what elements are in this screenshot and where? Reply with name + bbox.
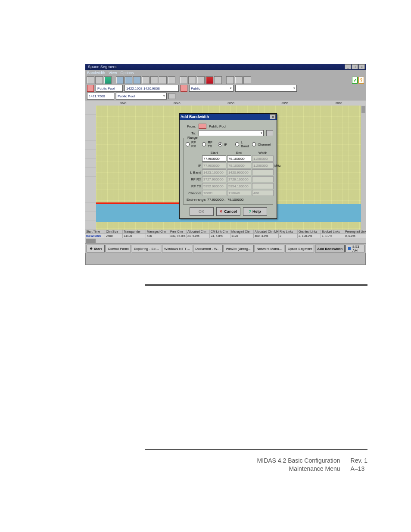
- footer-page: A–13: [351, 465, 367, 473]
- to-dropdown[interactable]: [199, 130, 264, 136]
- toolbar-button[interactable]: [197, 76, 205, 84]
- taskbar-item[interactable]: Space Segment: [285, 245, 314, 252]
- radio-if[interactable]: [218, 142, 222, 146]
- pool-dropdown[interactable]: Public Pool: [116, 93, 167, 100]
- toolbar-button[interactable]: [133, 76, 141, 84]
- document-page: Space Segment _ □ × Bandwidth View Optio…: [0, 0, 411, 532]
- lband-width: [252, 169, 274, 175]
- window-buttons: _ □ ×: [345, 64, 365, 69]
- taskbar-item[interactable]: Windows NT T…: [162, 245, 192, 252]
- toolbar-button[interactable]: [125, 76, 132, 84]
- toolbar-button[interactable]: [150, 76, 158, 84]
- from-label: From:: [183, 124, 196, 128]
- clock: 8:53 AM: [352, 245, 362, 252]
- to-browse-button[interactable]: [266, 130, 273, 136]
- window-title: Space Segment: [86, 65, 117, 69]
- rftx-end: 5954.100000: [227, 183, 251, 189]
- radio-lband[interactable]: [235, 142, 239, 146]
- range-group-title: Range: [186, 136, 199, 140]
- freq-ruler: 8040 8045 8050 8055 8060: [85, 100, 366, 106]
- range-group: Range RF RX RF TX IF L Band Channel Star…: [183, 138, 273, 205]
- toolbar-button[interactable]: [226, 76, 234, 84]
- from-value: Public Pool: [209, 124, 226, 128]
- ch-end: 118640: [227, 190, 251, 196]
- toolbar-button[interactable]: [87, 76, 94, 84]
- apply-icon[interactable]: [168, 93, 175, 99]
- ok-button[interactable]: OK: [190, 207, 214, 216]
- footer-subtitle: Maintenance Menu: [257, 465, 340, 473]
- width-field: 1.200000: [252, 156, 274, 162]
- toolbar-button[interactable]: [188, 76, 196, 84]
- taskbar-item[interactable]: Document - W…: [193, 245, 223, 252]
- dialog-close-button[interactable]: ×: [270, 114, 276, 119]
- rfrx-end: 3729.100000: [227, 176, 251, 182]
- radio-rftx[interactable]: [202, 142, 206, 146]
- radio-channel[interactable]: [252, 142, 256, 146]
- toolbar-button[interactable]: [235, 76, 243, 84]
- pool-icon: [87, 85, 94, 92]
- pool-dropdown[interactable]: Public: [189, 85, 234, 92]
- window-title-bar: Space Segment _ □ ×: [85, 64, 366, 70]
- maximize-button[interactable]: □: [352, 64, 358, 69]
- ch-width: 480: [252, 190, 274, 196]
- pool-row-1: Public Pool 1422.1008 1420.9008 Public: [85, 84, 366, 92]
- pool-value-field[interactable]: 1422.1008 1420.9008: [125, 85, 179, 92]
- left-scale: [85, 106, 96, 230]
- menu-view[interactable]: View: [109, 71, 117, 75]
- footer-rev-block: Rev. 1 A–13: [351, 457, 367, 473]
- toolbar-button[interactable]: [159, 76, 167, 84]
- windows-icon: ❖: [90, 247, 93, 251]
- taskbar-item[interactable]: Exploring - So…: [132, 245, 161, 252]
- toolbar-button[interactable]: [206, 76, 213, 84]
- horizontal-scrollbar[interactable]: [85, 238, 366, 243]
- lband-start: 1423.100000: [202, 169, 226, 175]
- pool-dropdown[interactable]: [235, 85, 297, 92]
- start-button[interactable]: ❖ Start: [87, 245, 105, 252]
- toolbar-button[interactable]: [142, 76, 149, 84]
- taskbar-item[interactable]: WinZip (Unreg…: [224, 245, 254, 252]
- pool-value-field[interactable]: 1421.7500: [87, 93, 114, 100]
- vertical-scrollbar[interactable]: [361, 106, 366, 230]
- toolbar: [85, 76, 366, 84]
- dialog-title-bar[interactable]: Add Bandwidth ×: [180, 114, 277, 120]
- start-input[interactable]: 77.900000: [202, 156, 226, 162]
- taskbar-item-active[interactable]: Add Bandwidth: [315, 245, 345, 252]
- rftx-width: [252, 183, 274, 189]
- close-button[interactable]: ×: [358, 64, 365, 69]
- if-end: 79.100000: [227, 162, 251, 168]
- table-row[interactable]: 03/12/2003 2580 14400 480 480, 95.8% 24,…: [85, 234, 366, 238]
- taskbar-item[interactable]: Control Panel: [106, 245, 131, 252]
- spectrum-view: 8040 8045 8050 8055 8060 Add Bandwidth ×: [85, 100, 366, 230]
- if-start: 77.900000: [202, 162, 226, 168]
- radio-rfrx[interactable]: [186, 142, 190, 146]
- footer-title-block: MIDAS 4.2 Basic Configuration Maintenanc…: [257, 457, 340, 473]
- toolbar-button[interactable]: [214, 76, 222, 84]
- cancel-button[interactable]: ✕Cancel: [216, 207, 240, 216]
- toolbar-button[interactable]: [168, 76, 175, 84]
- pool-color-swatch: [199, 124, 206, 129]
- range-radios: RF RX RF TX IF L Band Channel: [186, 140, 271, 148]
- entire-range-label: Entire range: 77.900000 .. 79.100000: [187, 198, 271, 202]
- add-bandwidth-dialog: Add Bandwidth × From: Public Pool To:: [179, 113, 277, 219]
- dialog-body: From: Public Pool To: Range: [180, 120, 277, 218]
- toolbar-button[interactable]: [180, 76, 187, 84]
- rfrx-start: 3727.900000: [202, 176, 226, 182]
- system-tray: 8:53 AM: [346, 245, 364, 252]
- toolbar-button[interactable]: [243, 76, 251, 84]
- rftx-start: 5952.900000: [202, 183, 226, 189]
- toolbar-button[interactable]: [95, 76, 103, 84]
- pool-icon: [181, 85, 187, 92]
- if-width: 1.200000: [252, 162, 274, 168]
- toolbar-button[interactable]: [116, 76, 124, 84]
- end-input[interactable]: 79.100000: [227, 156, 251, 162]
- menu-options[interactable]: Options: [120, 71, 134, 75]
- help-button[interactable]: ?Help: [243, 207, 267, 216]
- lband-end: 1420.900000: [227, 169, 251, 175]
- check-icon: ✓: [352, 77, 358, 84]
- toolbar-button[interactable]: [104, 76, 112, 84]
- allocation-table: Start Time Chn Size Transponder Managed …: [85, 230, 366, 243]
- minimize-button[interactable]: _: [345, 64, 351, 69]
- tray-icon[interactable]: [348, 247, 351, 250]
- taskbar-item[interactable]: Network Mana…: [255, 245, 285, 252]
- menu-bandwidth[interactable]: Bandwidth: [87, 71, 105, 75]
